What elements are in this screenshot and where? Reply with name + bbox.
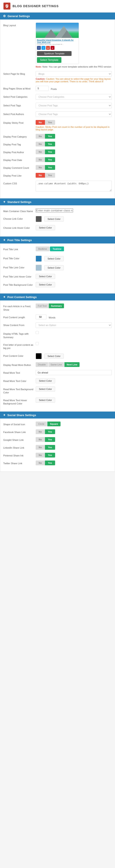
display-sticky-yes-btn[interactable]: Yes — [45, 120, 55, 125]
choose-link-hover-label: Choose Link Hover Color — [3, 225, 34, 229]
template-name-btn[interactable]: Spektrum Template — [37, 51, 72, 56]
read-more-disable-btn[interactable]: Disable — [36, 362, 48, 367]
custom-css-row: Custom CSS .one-column #content {width: … — [3, 181, 112, 192]
display-html-tags-checkbox[interactable] — [36, 331, 39, 334]
facebook-no-btn[interactable]: No — [36, 429, 45, 434]
read-more-same-line-btn[interactable]: Same Line — [48, 362, 64, 367]
post-author-yes-btn[interactable]: Yes — [45, 150, 55, 154]
post-content-color-btn[interactable]: Select Color — [44, 353, 64, 359]
google-no-btn[interactable]: No — [36, 437, 45, 442]
main-container-label: Main Container Class Name — [3, 208, 34, 213]
sticky-caution-text: Caution: Sticky Post not count in the nu… — [36, 126, 112, 131]
read-more-text-hover-btn[interactable]: Select Color — [36, 398, 55, 403]
display-post-date-content: No Yes — [36, 157, 112, 162]
select-template-button[interactable]: Select Template — [37, 57, 62, 63]
shape-square-btn[interactable]: Square — [47, 422, 61, 426]
twitter-no-btn[interactable]: No — [36, 461, 45, 465]
link-color-swatch — [36, 216, 42, 222]
comment-no-btn[interactable]: No — [36, 165, 45, 170]
post-title-link-color-btn[interactable]: Select Color — [44, 265, 64, 270]
social-share-settings-header[interactable]: ✦ Social Share Settings — [0, 411, 115, 418]
google-share-content: No Yes — [36, 437, 112, 442]
first-letter-label: First letter of post content as big pre — [3, 342, 34, 350]
show-content-from-dropdown[interactable]: Select an Option — [36, 322, 112, 328]
post-cat-yes-btn[interactable]: Yes — [45, 134, 55, 138]
pinterest-no-btn[interactable]: No — [36, 453, 45, 458]
select-post-tags-dropdown[interactable]: Choose Post Tags — [36, 103, 112, 108]
pinterest-share-row: Pinterest Share Ink No Yes — [3, 453, 112, 458]
twitter-yes-btn[interactable]: Yes — [45, 461, 55, 465]
post-like-no-btn[interactable]: No — [36, 173, 45, 178]
shape-social-icon-content: Circle Square — [36, 422, 112, 426]
select-page-dropdown[interactable]: Blogs — [36, 71, 112, 77]
post-date-yes-btn[interactable]: Yes — [45, 157, 55, 162]
shape-circle-btn[interactable]: Circle — [36, 422, 47, 426]
standard-settings-header[interactable]: ✦ Standard Settings — [0, 198, 115, 205]
custom-css-content: .one-column #content {width: 640px;} — [36, 181, 112, 192]
read-more-text-bg-btn[interactable]: Select Color — [36, 386, 55, 392]
post-content-settings-label: Post Content Settings — [7, 296, 37, 299]
social-share-icon: ✦ — [3, 413, 6, 417]
read-more-text-label: Read More Text — [3, 370, 34, 375]
read-more-next-line-btn[interactable]: Next Line — [65, 362, 80, 367]
post-cat-no-btn[interactable]: No — [36, 134, 45, 138]
read-more-text-input[interactable] — [36, 370, 112, 375]
google-yes-btn[interactable]: Yes — [45, 437, 55, 442]
pinterest-yes-btn[interactable]: Yes — [45, 453, 55, 458]
summary-btn[interactable]: Summary — [49, 304, 64, 308]
post-title-bg-btn[interactable]: Select Color — [36, 282, 55, 287]
post-title-link-color-swatch — [36, 265, 42, 271]
linkedin-no-btn[interactable]: No — [36, 445, 45, 450]
post-content-length-row: Post Content Length Words — [3, 314, 112, 319]
post-title-teatime-btn[interactable]: Teatime — [50, 247, 64, 251]
post-date-no-btn[interactable]: No — [36, 157, 45, 162]
post-author-no-btn[interactable]: No — [36, 150, 45, 154]
read-more-text-row: Read More Text — [3, 370, 112, 375]
facebook-share-row: Facebook Share Link No Yes — [3, 429, 112, 434]
display-post-cat-row: Display Post Category No Yes — [3, 134, 112, 138]
linkedin-share-content: No Yes — [36, 445, 112, 450]
link-hover-color-select-btn[interactable]: Select Color — [36, 225, 55, 230]
display-post-tag-label: Display Post Tag — [3, 142, 34, 146]
post-title-settings-section: ✦ Post Title Settings Post Title Link Be… — [0, 237, 115, 293]
first-letter-checkbox[interactable] — [36, 342, 39, 345]
post-title-link-hover-content: Select Color — [36, 274, 112, 279]
pinterest-share-label: Pinterest Share Ink — [3, 453, 34, 457]
general-settings-header[interactable]: ⚙ General Settings — [0, 12, 115, 20]
link-color-select-btn[interactable]: Select Color — [44, 216, 64, 222]
post-content-length-input[interactable] — [36, 314, 46, 319]
custom-css-input[interactable]: .one-column #content {width: 640px;} — [36, 181, 112, 191]
post-title-settings-header[interactable]: ✦ Post Title Settings — [0, 237, 115, 244]
display-sticky-no-btn[interactable]: No — [36, 120, 45, 125]
select-post-authors-dropdown[interactable]: Choose Post Tags — [36, 111, 112, 117]
post-tag-no-btn[interactable]: No — [36, 142, 45, 147]
google-share-label: Googlet Share Link — [3, 437, 34, 442]
first-letter-content — [36, 342, 112, 346]
post-content-length-content: Words — [36, 314, 112, 319]
comment-yes-btn[interactable]: Yes — [45, 165, 55, 170]
gear-icon: ⚙ — [3, 14, 6, 18]
main-container-input[interactable] — [36, 208, 73, 213]
post-tag-yes-btn[interactable]: Yes — [45, 142, 55, 147]
post-title-link-hover-label: Post Title Link Hover Color — [3, 274, 34, 278]
show-content-from-row: Show Content From Select an Option — [3, 322, 112, 328]
blog-pages-input[interactable] — [36, 86, 49, 91]
post-like-yes-btn[interactable]: Yes — [45, 173, 55, 178]
linkedin-yes-btn[interactable]: Yes — [45, 445, 55, 450]
select-post-cat-content: Choose Post Categories — [36, 94, 112, 100]
first-letter-row: First letter of post content as big pre — [3, 342, 112, 350]
select-post-authors-content: Choose Post Tags — [36, 111, 112, 117]
read-more-text-color-btn[interactable]: Select Color — [36, 378, 55, 383]
full-text-btn[interactable]: Full Text — [36, 304, 49, 308]
for-each-article-label: For each Article in a Feed, Show — [3, 304, 34, 311]
select-post-categories-dropdown[interactable]: Choose Post Categories — [36, 94, 112, 100]
post-title-bedtime-btn[interactable]: Bedtime — [36, 247, 49, 251]
post-content-color-row: Post Content Color Select Color — [3, 353, 112, 359]
post-title-link-hover-btn[interactable]: Select Color — [36, 274, 55, 279]
post-content-settings-header[interactable]: ✦ Post Content Settings — [0, 293, 115, 301]
post-title-settings-body: Post Title Link Bedtime Teatime Post Tit… — [0, 244, 115, 293]
post-title-color-btn[interactable]: Select Color — [44, 256, 64, 261]
blog-pages-row: Blog Pages Show at Most Posts — [3, 86, 112, 91]
show-content-from-content: Select an Option — [36, 322, 112, 328]
facebook-yes-btn[interactable]: Yes — [45, 429, 55, 434]
